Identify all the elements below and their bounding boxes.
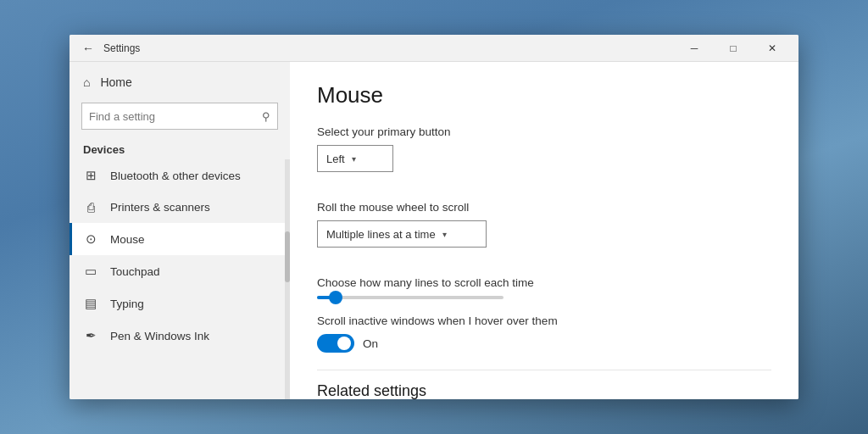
content-panel: Mouse Select your primary button Left ▾ … — [290, 62, 798, 399]
divider — [317, 370, 771, 370]
typing-icon: ▤ — [83, 296, 98, 311]
sidebar-items-list: ⊞ Bluetooth & other devices ⎙ Printers &… — [70, 159, 290, 399]
sidebar-item-label: Typing — [110, 298, 144, 310]
titlebar: ← Settings ─ □ ✕ — [70, 35, 798, 62]
sidebar: ⌂ Home ⚲ Devices ⊞ Bluetooth & other dev… — [70, 62, 290, 399]
sidebar-item-printers[interactable]: ⎙ Printers & scanners — [70, 192, 290, 223]
toggle-row: On — [317, 334, 771, 353]
toggle-knob — [337, 337, 351, 350]
sidebar-item-pen[interactable]: ✒ Pen & Windows Ink — [70, 320, 290, 352]
primary-button-dropdown[interactable]: Left ▾ — [317, 145, 393, 172]
sidebar-item-touchpad[interactable]: ▭ Touchpad — [70, 255, 290, 287]
toggle-label: On — [363, 337, 378, 350]
primary-button-section: Select your primary button Left ▾ — [317, 125, 771, 187]
mouse-icon: ⊙ — [83, 231, 98, 247]
touchpad-icon: ▭ — [83, 264, 98, 279]
sidebar-section-title: Devices — [70, 136, 290, 159]
lines-slider-container — [317, 296, 771, 299]
sidebar-item-home[interactable]: ⌂ Home — [70, 69, 290, 96]
main-content: ⌂ Home ⚲ Devices ⊞ Bluetooth & other dev… — [70, 62, 798, 399]
sidebar-scroll-area: ⊞ Bluetooth & other devices ⎙ Printers &… — [70, 159, 290, 399]
chevron-down-icon: ▾ — [442, 230, 447, 239]
related-section: Related settings Additional mouse option… — [317, 382, 771, 399]
sidebar-item-label: Bluetooth & other devices — [110, 170, 241, 182]
scroll-label: Roll the mouse wheel to scroll — [317, 201, 771, 214]
pen-icon: ✒ — [83, 328, 98, 343]
lines-section: Choose how many lines to scroll each tim… — [317, 276, 771, 299]
scroll-section: Roll the mouse wheel to scroll Multiple … — [317, 201, 771, 263]
chevron-down-icon: ▾ — [352, 154, 356, 164]
sidebar-item-typing[interactable]: ▤ Typing — [70, 287, 290, 320]
printer-icon: ⎙ — [83, 200, 98, 214]
home-icon: ⌂ — [83, 75, 90, 89]
sidebar-item-label: Touchpad — [110, 265, 160, 278]
related-title: Related settings — [317, 382, 771, 399]
minimize-button[interactable]: ─ — [675, 35, 714, 62]
sidebar-item-mouse[interactable]: ⊙ Mouse — [70, 223, 290, 255]
scroll-value: Multiple lines at a time — [326, 228, 436, 241]
primary-button-value: Left — [326, 153, 345, 165]
back-button[interactable]: ← — [76, 36, 100, 60]
window-controls: ─ □ ✕ — [675, 35, 792, 62]
search-box[interactable]: ⚲ — [81, 103, 278, 130]
search-icon: ⚲ — [262, 110, 270, 123]
search-input[interactable] — [89, 110, 257, 123]
slider-track — [317, 296, 504, 299]
scroll-dropdown[interactable]: Multiple lines at a time ▾ — [317, 220, 487, 248]
toggle-switch[interactable] — [317, 334, 354, 353]
sidebar-item-label: Mouse — [110, 233, 145, 246]
bluetooth-icon: ⊞ — [83, 168, 98, 183]
sidebar-item-bluetooth[interactable]: ⊞ Bluetooth & other devices — [70, 159, 290, 192]
settings-window: ← Settings ─ □ ✕ ⌂ Home ⚲ De — [70, 35, 798, 399]
sidebar-home-label: Home — [100, 75, 131, 89]
close-button[interactable]: ✕ — [753, 35, 792, 62]
inactive-label: Scroll inactive windows when I hover ove… — [317, 314, 771, 327]
sidebar-item-label: Pen & Windows Ink — [110, 330, 209, 342]
primary-button-label: Select your primary button — [317, 125, 771, 138]
inactive-scroll-section: Scroll inactive windows when I hover ove… — [317, 314, 771, 353]
window-title: Settings — [103, 42, 675, 54]
lines-label: Choose how many lines to scroll each tim… — [317, 276, 771, 289]
slider-thumb[interactable] — [329, 291, 342, 304]
sidebar-item-label: Printers & scanners — [110, 201, 210, 214]
page-title: Mouse — [317, 82, 771, 108]
maximize-button[interactable]: □ — [714, 35, 753, 62]
